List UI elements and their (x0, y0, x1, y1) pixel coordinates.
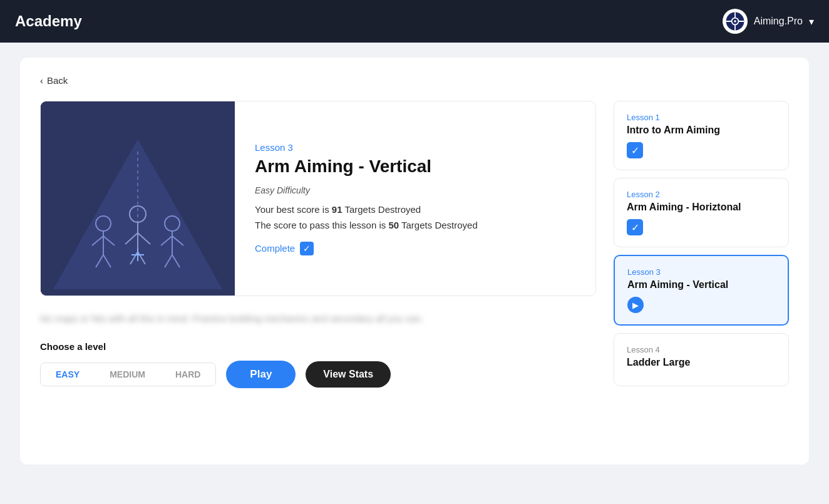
lesson-thumbnail (41, 101, 235, 296)
level-selector[interactable]: EASY MEDIUM HARD (40, 363, 216, 386)
level-hard[interactable]: HARD (160, 363, 215, 386)
lesson-best-score: Your best score is 91 Targets Destroyed (255, 204, 575, 215)
view-stats-button[interactable]: View Stats (306, 361, 391, 388)
user-dropdown-icon: ▾ (809, 16, 814, 28)
sidebar-lesson-3-title: Arm Aiming - Vertical (627, 279, 775, 291)
user-menu[interactable]: Aiming.Pro ▾ (723, 9, 814, 34)
sidebar-lesson-3[interactable]: Lesson 3 Arm Aiming - Vertical ▶ (614, 255, 789, 326)
svg-point-3 (734, 20, 736, 23)
back-label: Back (47, 75, 68, 86)
level-controls: EASY MEDIUM HARD Play View Stats (40, 361, 596, 388)
lesson-difficulty: Easy Difficulty (255, 185, 575, 195)
main-card: ‹ Back (20, 58, 809, 465)
lesson-description: No maps or hits with all this in mind. P… (40, 311, 596, 326)
user-avatar (723, 9, 748, 34)
complete-checkbox: ✓ (300, 242, 314, 255)
sidebar-lesson-3-play[interactable]: ▶ (627, 297, 644, 313)
sidebar-lesson-2-check: ✓ (627, 219, 643, 235)
right-sidebar: Lesson 1 Intro to Arm Aiming ✓ Lesson 2 … (614, 101, 789, 386)
main-layout: Lesson 3 Arm Aiming - Vertical Easy Diff… (40, 101, 789, 388)
complete-status: Complete ✓ (255, 242, 575, 255)
sidebar-lesson-2-number: Lesson 2 (627, 190, 776, 199)
sidebar-lesson-2[interactable]: Lesson 2 Arm Aiming - Horiztonal ✓ (614, 178, 789, 247)
choose-level-label: Choose a level (40, 341, 596, 352)
app-title: Academy (15, 13, 82, 30)
lesson-card: Lesson 3 Arm Aiming - Vertical Easy Diff… (40, 101, 596, 296)
sidebar-lesson-4-number: Lesson 4 (627, 345, 776, 354)
lesson-title: Arm Aiming - Vertical (255, 157, 575, 177)
sidebar-lesson-1-number: Lesson 1 (627, 113, 776, 122)
sidebar-lesson-1-check: ✓ (627, 142, 643, 158)
sidebar-lesson-2-title: Arm Aiming - Horiztonal (627, 202, 776, 213)
chevron-left-icon: ‹ (40, 75, 43, 86)
back-button[interactable]: ‹ Back (40, 75, 68, 86)
user-label: Aiming.Pro (754, 16, 803, 27)
lesson-info: Lesson 3 Arm Aiming - Vertical Easy Diff… (235, 101, 595, 296)
complete-label: Complete (255, 243, 295, 254)
play-button[interactable]: Play (226, 361, 296, 388)
level-medium[interactable]: MEDIUM (95, 363, 160, 386)
sidebar-lesson-1-title: Intro to Arm Aiming (627, 125, 776, 136)
sidebar-lesson-4[interactable]: Lesson 4 Ladder Large (614, 333, 789, 386)
lesson-pass-score: The score to pass this lesson is 50 Targ… (255, 220, 575, 230)
level-easy[interactable]: EASY (41, 363, 95, 386)
sidebar-lesson-3-number: Lesson 3 (627, 267, 775, 277)
lesson-number: Lesson 3 (255, 142, 575, 153)
sidebar-lesson-4-title: Ladder Large (627, 357, 776, 368)
app-header: Academy Aiming.Pro ▾ (0, 0, 829, 43)
left-content: Lesson 3 Arm Aiming - Vertical Easy Diff… (40, 101, 596, 388)
sidebar-lesson-1[interactable]: Lesson 1 Intro to Arm Aiming ✓ (614, 101, 789, 170)
